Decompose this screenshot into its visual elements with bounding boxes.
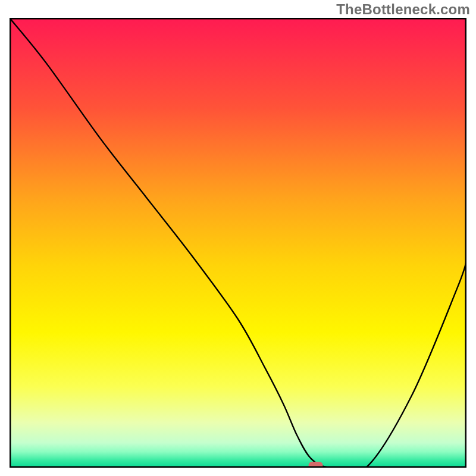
plot-background bbox=[10, 18, 466, 468]
chart-container: TheBottleneck.com bbox=[0, 0, 476, 476]
plot-svg bbox=[10, 18, 466, 468]
watermark-text: TheBottleneck.com bbox=[336, 1, 470, 18]
bottleneck-plot bbox=[10, 18, 466, 468]
